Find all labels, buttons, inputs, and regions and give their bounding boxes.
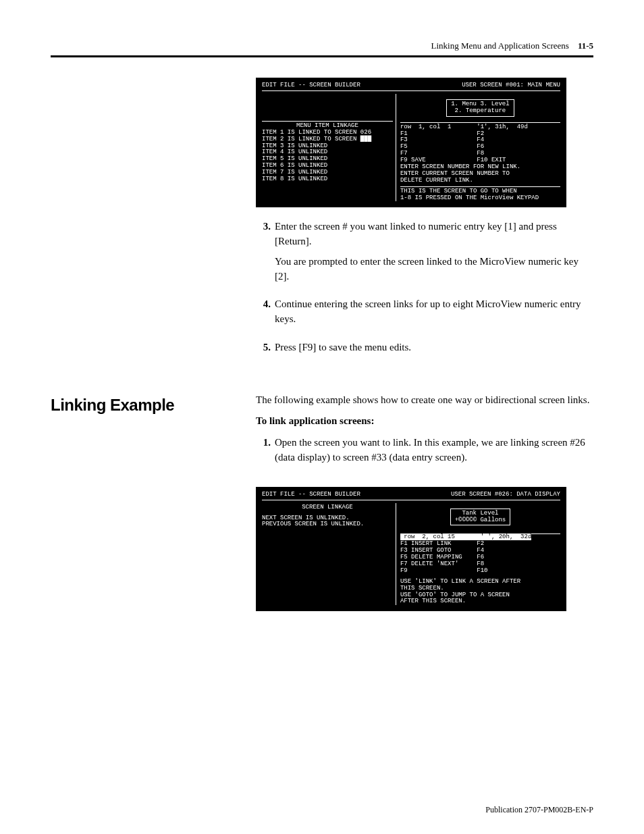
- step-3-num: 3.: [256, 219, 275, 289]
- term2-status: row 2, col 15 ' ', 20h, 32d: [400, 533, 531, 540]
- step-4-num: 4.: [256, 297, 275, 332]
- terminal-screenshot-2: EDIT FILE -- SCREEN BUILDER USER SCREEN …: [256, 487, 566, 612]
- step-4-text: Continue entering the screen links for u…: [275, 297, 593, 327]
- term2-left-lines: NEXT SCREEN IS UNLINKED. PREVIOUS SCREEN…: [262, 515, 393, 529]
- section-subhead: To link application screens:: [256, 414, 593, 429]
- step-1-text: Open the screen you want to link. In thi…: [275, 436, 593, 465]
- terminal-screenshot-1: EDIT FILE -- SCREEN BUILDER USER SCREEN …: [256, 78, 566, 207]
- header-page-ref: 11-5: [578, 41, 593, 51]
- term1-title-left: EDIT FILE -- SCREEN BUILDER: [262, 82, 360, 89]
- header-rule: [51, 55, 593, 57]
- term2-fkeys: F1 INSERT LINK F2 F3 INSERT GOTO F4 F5 D…: [400, 541, 560, 574]
- section-intro: The following example shows how to creat…: [256, 393, 593, 408]
- header-title: Linking Menu and Application Screens: [431, 41, 569, 51]
- step-3-text-1: Enter the screen # you want linked to nu…: [275, 219, 593, 249]
- step-5-text: Press [F9] to save the menu edits.: [275, 340, 593, 355]
- term1-box-l2: 2. Temperature: [451, 108, 509, 115]
- term1-left-lines: ITEM 1 IS LINKED TO SCREEN 026 ITEM 2 IS…: [262, 130, 393, 183]
- step-1-num: 1.: [256, 436, 275, 472]
- section-heading: Linking Example: [51, 396, 236, 415]
- term2-title-right: USER SCREEN #026: DATA DISPLAY: [451, 492, 560, 498]
- term1-msg2: THIS IS THE SCREEN TO GO TO WHEN 1-8 IS …: [400, 188, 560, 202]
- term2-left-heading: SCREEN LINKAGE: [302, 504, 353, 511]
- footer-publication: Publication 2707-PM002B-EN-P: [485, 805, 593, 815]
- page-header: Linking Menu and Application Screens 11-…: [51, 41, 593, 51]
- steps-group-a: 3. Enter the screen # you want linked to…: [256, 219, 593, 360]
- term2-msg1: USE 'LINK' TO LINK A SCREEN AFTER THIS S…: [400, 579, 560, 606]
- term1-left-heading: MENU ITEM LINKAGE: [296, 122, 358, 129]
- term1-fkeys: F1 F2 F3 F4 F5 F6 F7 F8 F9 SAVE F10 EXIT: [400, 131, 560, 164]
- step-5-num: 5.: [256, 340, 275, 361]
- term2-box-l2: +©©©©© Gallons: [455, 517, 506, 524]
- term1-msg1: ENTER SCREEN NUMBER FOR NEW LINK. ENTER …: [400, 164, 560, 184]
- term2-title-left: EDIT FILE -- SCREEN BUILDER: [262, 492, 360, 498]
- step-3-text-2: You are prompted to enter the screen lin…: [275, 255, 593, 284]
- term1-title-right: USER SCREEN #001: MAIN MENU: [462, 82, 560, 89]
